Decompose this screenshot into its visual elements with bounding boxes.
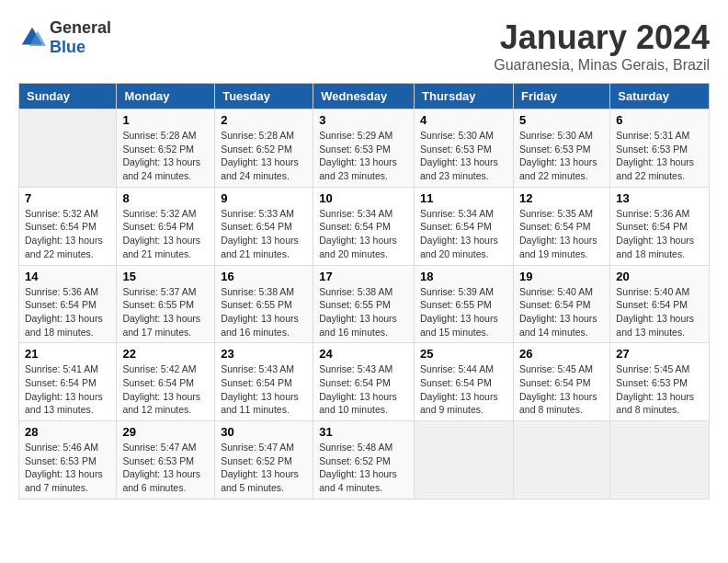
day-number: 16 xyxy=(221,270,307,283)
calendar-cell: 11Sunrise: 5:34 AMSunset: 6:54 PMDayligh… xyxy=(415,187,514,265)
calendar-cell: 1Sunrise: 5:28 AMSunset: 6:52 PMDaylight… xyxy=(117,109,215,188)
title-block: January 2024 Guaranesia, Minas Gerais, B… xyxy=(494,18,710,74)
logo-icon xyxy=(18,24,46,52)
day-number: 19 xyxy=(519,270,604,283)
day-info: Sunrise: 5:43 AMSunset: 6:54 PMDaylight:… xyxy=(221,362,307,417)
day-info: Sunrise: 5:35 AMSunset: 6:54 PMDaylight:… xyxy=(519,207,604,261)
logo-blue-text: Blue xyxy=(50,38,111,57)
calendar-cell: 21Sunrise: 5:41 AMSunset: 6:54 PMDayligh… xyxy=(19,343,117,421)
header-friday: Friday xyxy=(513,84,609,109)
day-info: Sunrise: 5:44 AMSunset: 6:54 PMDaylight:… xyxy=(420,362,507,417)
day-number: 2 xyxy=(221,113,307,127)
calendar-cell: 23Sunrise: 5:43 AMSunset: 6:54 PMDayligh… xyxy=(215,343,313,421)
header-tuesday: Tuesday xyxy=(215,84,313,109)
calendar-cell xyxy=(513,421,609,500)
page-header: General Blue January 2024 Guaranesia, Mi… xyxy=(18,18,710,74)
calendar-cell: 22Sunrise: 5:42 AMSunset: 6:54 PMDayligh… xyxy=(117,343,215,421)
day-info: Sunrise: 5:31 AMSunset: 6:53 PMDaylight:… xyxy=(616,129,703,183)
day-info: Sunrise: 5:40 AMSunset: 6:54 PMDaylight:… xyxy=(519,285,604,339)
day-info: Sunrise: 5:29 AMSunset: 6:53 PMDaylight:… xyxy=(319,129,408,183)
day-number: 1 xyxy=(122,113,209,127)
day-info: Sunrise: 5:39 AMSunset: 6:55 PMDaylight:… xyxy=(420,285,507,339)
calendar-cell: 25Sunrise: 5:44 AMSunset: 6:54 PMDayligh… xyxy=(415,343,514,421)
day-number: 14 xyxy=(25,270,110,283)
day-number: 27 xyxy=(616,347,703,361)
day-number: 7 xyxy=(25,191,110,205)
calendar-cell: 29Sunrise: 5:47 AMSunset: 6:53 PMDayligh… xyxy=(117,421,215,500)
calendar-week-1: 1Sunrise: 5:28 AMSunset: 6:52 PMDaylight… xyxy=(19,109,710,188)
day-info: Sunrise: 5:32 AMSunset: 6:54 PMDaylight:… xyxy=(122,207,209,261)
calendar-cell: 26Sunrise: 5:45 AMSunset: 6:54 PMDayligh… xyxy=(513,343,609,421)
calendar-cell xyxy=(415,421,514,500)
calendar-week-5: 28Sunrise: 5:46 AMSunset: 6:53 PMDayligh… xyxy=(19,421,710,500)
calendar-cell: 9Sunrise: 5:33 AMSunset: 6:54 PMDaylight… xyxy=(215,187,313,265)
calendar-cell: 24Sunrise: 5:43 AMSunset: 6:54 PMDayligh… xyxy=(313,343,415,421)
calendar-week-2: 7Sunrise: 5:32 AMSunset: 6:54 PMDaylight… xyxy=(19,187,710,265)
calendar-week-4: 21Sunrise: 5:41 AMSunset: 6:54 PMDayligh… xyxy=(19,343,710,421)
calendar-cell: 3Sunrise: 5:29 AMSunset: 6:53 PMDaylight… xyxy=(313,109,415,188)
day-info: Sunrise: 5:34 AMSunset: 6:54 PMDaylight:… xyxy=(420,207,507,261)
header-saturday: Saturday xyxy=(610,84,710,109)
day-number: 24 xyxy=(319,347,408,361)
day-info: Sunrise: 5:34 AMSunset: 6:54 PMDaylight:… xyxy=(319,207,408,261)
day-number: 26 xyxy=(519,347,604,361)
day-number: 15 xyxy=(122,270,209,283)
day-number: 5 xyxy=(519,113,604,127)
day-info: Sunrise: 5:32 AMSunset: 6:54 PMDaylight:… xyxy=(25,207,110,261)
calendar-cell: 13Sunrise: 5:36 AMSunset: 6:54 PMDayligh… xyxy=(610,187,710,265)
day-info: Sunrise: 5:41 AMSunset: 6:54 PMDaylight:… xyxy=(25,362,110,417)
logo-general-text: General xyxy=(50,18,111,38)
calendar-cell: 15Sunrise: 5:37 AMSunset: 6:55 PMDayligh… xyxy=(117,265,215,343)
calendar-cell: 8Sunrise: 5:32 AMSunset: 6:54 PMDaylight… xyxy=(117,187,215,265)
day-info: Sunrise: 5:47 AMSunset: 6:52 PMDaylight:… xyxy=(221,441,307,495)
calendar-table: Sunday Monday Tuesday Wednesday Thursday… xyxy=(18,83,710,500)
calendar-cell: 27Sunrise: 5:45 AMSunset: 6:53 PMDayligh… xyxy=(610,343,710,421)
day-number: 30 xyxy=(221,425,307,439)
day-number: 20 xyxy=(616,270,703,283)
calendar-cell: 19Sunrise: 5:40 AMSunset: 6:54 PMDayligh… xyxy=(513,265,609,343)
day-info: Sunrise: 5:43 AMSunset: 6:54 PMDaylight:… xyxy=(319,362,408,417)
day-info: Sunrise: 5:46 AMSunset: 6:53 PMDaylight:… xyxy=(25,441,110,495)
day-info: Sunrise: 5:42 AMSunset: 6:54 PMDaylight:… xyxy=(122,362,209,417)
day-number: 28 xyxy=(25,425,110,439)
calendar-cell: 4Sunrise: 5:30 AMSunset: 6:53 PMDaylight… xyxy=(415,109,514,188)
day-number: 10 xyxy=(319,191,408,205)
calendar-cell: 7Sunrise: 5:32 AMSunset: 6:54 PMDaylight… xyxy=(19,187,117,265)
day-info: Sunrise: 5:28 AMSunset: 6:52 PMDaylight:… xyxy=(122,129,209,183)
calendar-cell: 18Sunrise: 5:39 AMSunset: 6:55 PMDayligh… xyxy=(415,265,514,343)
calendar-cell: 12Sunrise: 5:35 AMSunset: 6:54 PMDayligh… xyxy=(513,187,609,265)
day-info: Sunrise: 5:38 AMSunset: 6:55 PMDaylight:… xyxy=(221,285,307,339)
day-info: Sunrise: 5:40 AMSunset: 6:54 PMDaylight:… xyxy=(616,285,703,339)
calendar-cell: 14Sunrise: 5:36 AMSunset: 6:54 PMDayligh… xyxy=(19,265,117,343)
header-wednesday: Wednesday xyxy=(313,84,415,109)
day-info: Sunrise: 5:47 AMSunset: 6:53 PMDaylight:… xyxy=(122,441,209,495)
day-info: Sunrise: 5:36 AMSunset: 6:54 PMDaylight:… xyxy=(25,285,110,339)
day-number: 23 xyxy=(221,347,307,361)
day-info: Sunrise: 5:45 AMSunset: 6:54 PMDaylight:… xyxy=(519,362,604,417)
day-info: Sunrise: 5:37 AMSunset: 6:55 PMDaylight:… xyxy=(122,285,209,339)
day-number: 13 xyxy=(616,191,703,205)
calendar-cell xyxy=(19,109,117,188)
calendar-cell: 6Sunrise: 5:31 AMSunset: 6:53 PMDaylight… xyxy=(610,109,710,188)
calendar-cell: 17Sunrise: 5:38 AMSunset: 6:55 PMDayligh… xyxy=(313,265,415,343)
calendar-cell: 31Sunrise: 5:48 AMSunset: 6:52 PMDayligh… xyxy=(313,421,415,500)
day-number: 22 xyxy=(122,347,209,361)
day-info: Sunrise: 5:30 AMSunset: 6:53 PMDaylight:… xyxy=(420,129,507,183)
location-subtitle: Guaranesia, Minas Gerais, Brazil xyxy=(494,57,710,74)
month-year-title: January 2024 xyxy=(494,18,710,57)
day-info: Sunrise: 5:38 AMSunset: 6:55 PMDaylight:… xyxy=(319,285,408,339)
calendar-cell: 5Sunrise: 5:30 AMSunset: 6:53 PMDaylight… xyxy=(513,109,609,188)
day-number: 18 xyxy=(420,270,507,283)
header-sunday: Sunday xyxy=(19,84,117,109)
calendar-cell xyxy=(610,421,710,500)
day-info: Sunrise: 5:33 AMSunset: 6:54 PMDaylight:… xyxy=(221,207,307,261)
day-number: 6 xyxy=(616,113,703,127)
day-number: 12 xyxy=(519,191,604,205)
day-info: Sunrise: 5:30 AMSunset: 6:53 PMDaylight:… xyxy=(519,129,604,183)
day-number: 21 xyxy=(25,347,110,361)
day-number: 4 xyxy=(420,113,507,127)
header-monday: Monday xyxy=(117,84,215,109)
day-info: Sunrise: 5:28 AMSunset: 6:52 PMDaylight:… xyxy=(221,129,307,183)
calendar-cell: 10Sunrise: 5:34 AMSunset: 6:54 PMDayligh… xyxy=(313,187,415,265)
day-info: Sunrise: 5:45 AMSunset: 6:53 PMDaylight:… xyxy=(616,362,703,417)
